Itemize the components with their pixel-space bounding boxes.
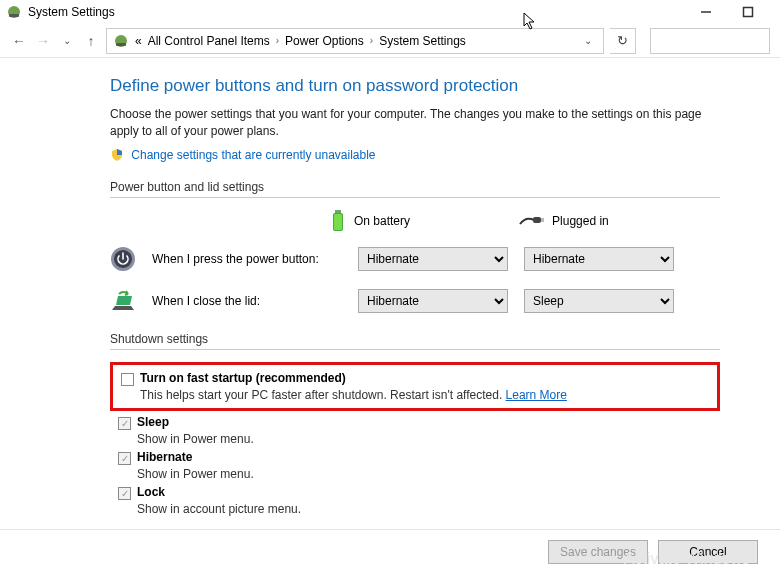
hibernate-desc: Show in Power menu. (137, 467, 720, 481)
lid-row: When I close the lid: Hibernate Sleep (110, 288, 720, 314)
fast-startup-label: Turn on fast startup (recommended) (140, 371, 346, 385)
divider (110, 197, 720, 198)
hibernate-checkbox[interactable]: ✓ (118, 452, 131, 465)
search-input[interactable] (650, 28, 770, 54)
breadcrumb-overflow[interactable]: « (135, 34, 142, 48)
column-label-battery: On battery (354, 214, 410, 228)
hibernate-label: Hibernate (137, 450, 192, 464)
recent-locations-button[interactable]: ⌄ (58, 32, 76, 50)
lock-checkbox[interactable]: ✓ (118, 487, 131, 500)
divider (0, 529, 780, 530)
power-button-label: When I press the power button: (152, 252, 342, 266)
up-button[interactable]: ↑ (82, 32, 100, 50)
titlebar: System Settings (0, 0, 780, 24)
sleep-desc: Show in Power menu. (137, 432, 720, 446)
watermark: Activate Windows (624, 550, 750, 568)
back-button[interactable]: ← (10, 32, 28, 50)
breadcrumb-dropdown[interactable]: ⌄ (579, 35, 597, 46)
svg-rect-1 (9, 14, 19, 17)
svg-rect-9 (533, 217, 541, 223)
svg-rect-6 (335, 210, 341, 213)
shield-icon (110, 148, 124, 162)
fast-startup-desc: This helps start your PC faster after sh… (140, 388, 709, 402)
power-columns-header: On battery Plugged in (330, 210, 720, 232)
lock-label: Lock (137, 485, 165, 499)
fast-startup-highlight: Turn on fast startup (recommended) This … (110, 362, 720, 411)
section-label-power: Power button and lid settings (110, 180, 720, 194)
divider (110, 349, 720, 350)
lock-desc: Show in account picture menu. (137, 502, 720, 516)
chevron-right-icon: › (276, 35, 279, 46)
minimize-button[interactable] (694, 3, 718, 21)
page-title: Define power buttons and turn on passwor… (110, 76, 720, 96)
svg-rect-3 (744, 8, 753, 17)
fast-startup-checkbox[interactable] (121, 373, 134, 386)
page-description: Choose the power settings that you want … (110, 106, 720, 140)
navbar: ← → ⌄ ↑ « All Control Panel Items › Powe… (0, 24, 780, 58)
sleep-label: Sleep (137, 415, 169, 429)
content-area: Define power buttons and turn on passwor… (0, 58, 780, 526)
power-button-row: When I press the power button: Hibernate… (110, 246, 720, 272)
change-settings-link[interactable]: Change settings that are currently unava… (131, 148, 375, 162)
forward-button[interactable]: → (34, 32, 52, 50)
breadcrumb[interactable]: « All Control Panel Items › Power Option… (106, 28, 604, 54)
battery-icon (330, 210, 346, 232)
section-label-shutdown: Shutdown settings (110, 332, 720, 346)
plug-icon (518, 214, 544, 228)
breadcrumb-item[interactable]: Power Options (285, 34, 364, 48)
lid-label: When I close the lid: (152, 294, 342, 308)
learn-more-link[interactable]: Learn More (506, 388, 567, 402)
svg-rect-5 (116, 43, 126, 46)
breadcrumb-item[interactable]: System Settings (379, 34, 466, 48)
sleep-checkbox[interactable]: ✓ (118, 417, 131, 430)
power-button-plugged-select[interactable]: Hibernate (524, 247, 674, 271)
fast-startup-desc-text: This helps start your PC faster after sh… (140, 388, 502, 402)
lid-plugged-select[interactable]: Sleep (524, 289, 674, 313)
chevron-right-icon: › (370, 35, 373, 46)
refresh-button[interactable]: ↻ (610, 28, 636, 54)
power-options-icon (113, 33, 129, 49)
power-options-icon (6, 4, 22, 20)
svg-rect-8 (334, 214, 342, 230)
column-label-plugged: Plugged in (552, 214, 609, 228)
power-button-icon (110, 246, 136, 272)
power-button-battery-select[interactable]: Hibernate (358, 247, 508, 271)
lid-battery-select[interactable]: Hibernate (358, 289, 508, 313)
window-title: System Settings (28, 5, 115, 19)
maximize-button[interactable] (736, 3, 760, 21)
laptop-lid-icon (110, 288, 136, 314)
breadcrumb-item[interactable]: All Control Panel Items (148, 34, 270, 48)
